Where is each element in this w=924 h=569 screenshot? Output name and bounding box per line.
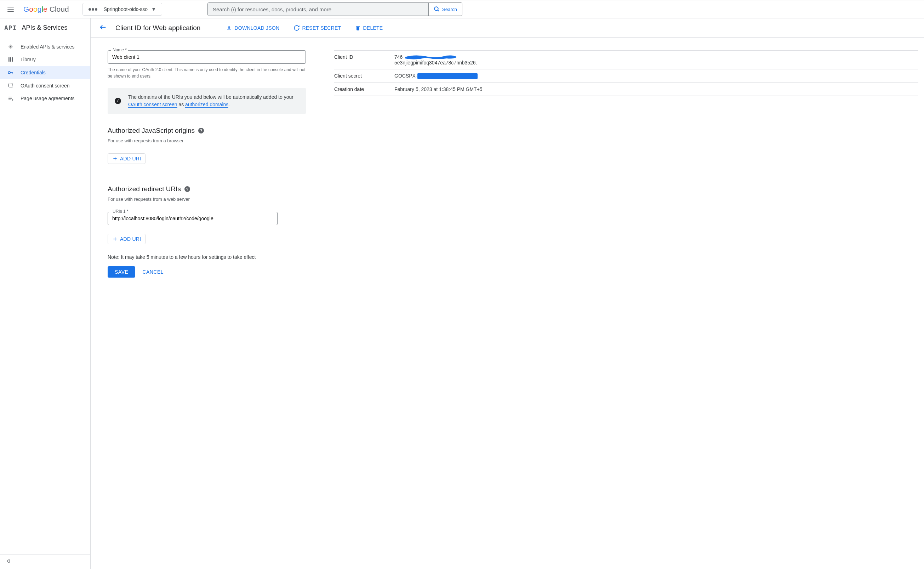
search-button[interactable]: Search (429, 3, 462, 15)
arrow-left-icon (99, 23, 107, 31)
sidebar: API APIs & Services Enabled APIs & servi… (0, 18, 91, 569)
client-secret-row: Client secret GOCSPX- (334, 69, 918, 82)
sidebar-item-label: OAuth consent screen (21, 83, 70, 88)
redaction-mark (417, 73, 477, 79)
consent-icon (7, 83, 14, 88)
svg-rect-16 (227, 29, 231, 30)
search-bar: Search (207, 3, 462, 16)
svg-point-0 (435, 7, 438, 11)
top-bar: Google Cloud Springboot-oidc-sso ▼ Searc… (0, 0, 924, 18)
authorized-domains-link[interactable]: authorized domains (185, 102, 228, 108)
svg-point-2 (10, 46, 11, 47)
name-field-wrap: Name * (108, 50, 306, 64)
svg-rect-5 (12, 57, 13, 62)
page-header: Client ID for Web application DOWNLOAD J… (91, 18, 924, 38)
svg-line-1 (438, 10, 439, 11)
main-content: Client ID for Web application DOWNLOAD J… (91, 18, 924, 569)
button-row: SAVE CANCEL (108, 266, 306, 278)
sidebar-item-credentials[interactable]: Credentials (0, 66, 90, 79)
back-button[interactable] (98, 22, 108, 33)
svg-rect-4 (10, 57, 11, 62)
sidebar-header: API APIs & Services (0, 18, 90, 36)
refresh-icon (293, 25, 300, 31)
info-banner: i The domains of the URIs you add below … (108, 88, 306, 114)
svg-rect-9 (9, 84, 13, 87)
search-icon (434, 6, 440, 12)
add-uri-button-redirect[interactable]: ADD URI (108, 234, 146, 244)
info-icon: i (115, 98, 121, 104)
uri1-label: URIs 1 * (111, 209, 130, 214)
search-input[interactable] (208, 3, 429, 15)
svg-point-6 (8, 72, 10, 74)
redirect-uris-title: Authorized redirect URIs ? (108, 185, 306, 193)
creation-date-row: Creation date February 5, 2023 at 1:38:4… (334, 82, 918, 96)
usage-icon (7, 96, 14, 101)
js-origins-title: Authorized JavaScript origins ? (108, 127, 306, 135)
credentials-icon (7, 69, 14, 76)
cancel-button[interactable]: CANCEL (142, 269, 164, 275)
sidebar-item-library[interactable]: Library (0, 53, 90, 66)
page-title: Client ID for Web application (116, 24, 201, 32)
uri1-field-wrap: URIs 1 * (108, 212, 278, 225)
svg-point-13 (12, 99, 13, 100)
save-button[interactable]: SAVE (108, 266, 135, 278)
collapse-sidebar-icon[interactable] (5, 560, 11, 566)
google-cloud-logo[interactable]: Google Cloud (23, 5, 69, 14)
note-text: Note: It may take 5 minutes to a few hou… (108, 254, 306, 260)
sidebar-item-label: Credentials (21, 70, 46, 75)
sidebar-footer (0, 554, 90, 569)
enabled-apis-icon (7, 44, 14, 50)
oauth-consent-link[interactable]: OAuth consent screen (128, 102, 177, 108)
client-id-row: Client ID 746 5e3njiegpimifoq3047ea78c7n… (334, 50, 918, 69)
help-icon[interactable]: ? (198, 128, 204, 134)
client-id-label: Client ID (334, 54, 394, 65)
plus-icon (112, 156, 118, 161)
add-uri-button-js[interactable]: ADD URI (108, 153, 146, 164)
api-badge: API (4, 24, 17, 32)
form-column: Name * The name of your OAuth 2.0 client… (108, 50, 306, 278)
download-json-button[interactable]: DOWNLOAD JSON (226, 25, 279, 31)
side-panel: Client ID 746 5e3njiegpimifoq3047ea78c7n… (334, 50, 918, 278)
sidebar-item-label: Page usage agreements (21, 96, 75, 101)
trash-icon (355, 25, 361, 31)
sidebar-title: APIs & Services (22, 24, 68, 32)
client-secret-value: GOCSPX- (394, 73, 918, 79)
redirect-uris-desc: For use with requests from a web server (108, 196, 306, 202)
name-input[interactable] (108, 50, 306, 64)
name-help-text: The name of your OAuth 2.0 client. This … (108, 67, 306, 79)
client-id-value: 746 5e3njiegpimifoq3047ea78c7nnb3526. (394, 54, 918, 65)
creation-date-label: Creation date (334, 87, 394, 92)
sidebar-item-label: Library (21, 57, 36, 62)
project-name: Springboot-oidc-sso (104, 6, 148, 12)
js-origins-desc: For use with requests from a browser (108, 138, 306, 143)
plus-icon (112, 236, 118, 242)
project-selector[interactable]: Springboot-oidc-sso ▼ (82, 3, 162, 15)
name-field-label: Name * (111, 47, 128, 52)
library-icon (7, 57, 14, 62)
help-icon[interactable]: ? (184, 186, 190, 192)
client-secret-label: Client secret (334, 73, 394, 79)
reset-secret-button[interactable]: RESET SECRET (293, 25, 341, 31)
uri1-input[interactable] (108, 212, 278, 225)
project-icon (88, 8, 97, 11)
redaction-mark (404, 53, 457, 61)
sidebar-item-oauth-consent[interactable]: OAuth consent screen (0, 79, 90, 92)
sidebar-item-page-usage[interactable]: Page usage agreements (0, 92, 90, 105)
sidebar-item-enabled-apis[interactable]: Enabled APIs & services (0, 40, 90, 53)
menu-icon[interactable] (3, 2, 18, 16)
download-icon (226, 25, 232, 31)
creation-date-value: February 5, 2023 at 1:38:45 PM GMT+5 (394, 87, 918, 92)
sidebar-nav: Enabled APIs & services Library Credenti… (0, 36, 90, 109)
sidebar-item-label: Enabled APIs & services (21, 44, 75, 50)
delete-button[interactable]: DELETE (355, 25, 383, 31)
svg-rect-3 (9, 57, 9, 62)
chevron-down-icon: ▼ (151, 6, 156, 12)
